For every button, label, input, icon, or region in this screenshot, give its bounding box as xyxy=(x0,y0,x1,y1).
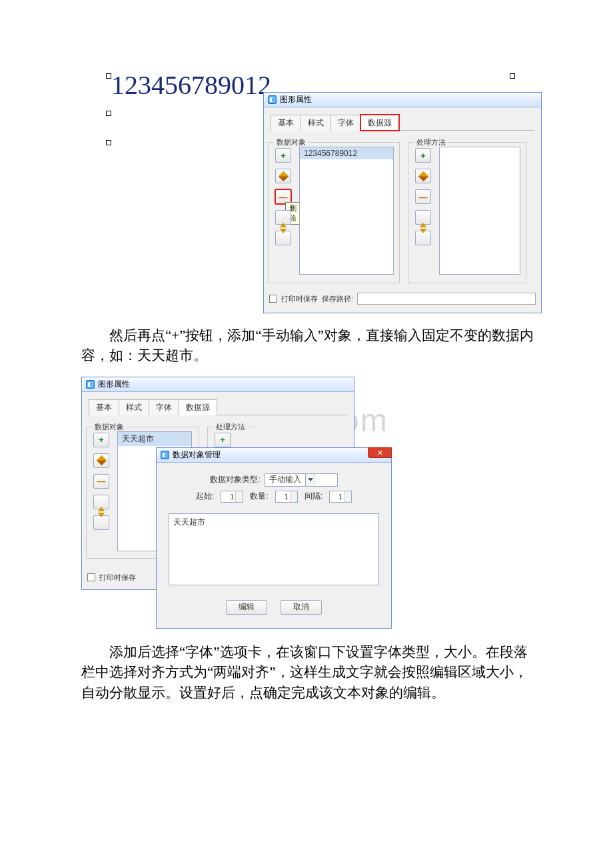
window-titlebar: ◧ 图形属性 xyxy=(264,93,541,107)
window-titlebar: ◧ 数据对象管理 xyxy=(157,448,391,463)
arrow-down-icon xyxy=(280,233,287,243)
resize-handle xyxy=(106,73,111,79)
tab-datasource[interactable]: 数据源 xyxy=(360,115,399,131)
save-path-label: 保存路径: xyxy=(322,294,353,304)
plus-icon: + xyxy=(220,435,225,445)
window-titlebar: ◧ 图形属性 xyxy=(82,377,354,392)
start-spinner[interactable]: 1 xyxy=(221,491,243,503)
plus-icon: + xyxy=(281,151,286,161)
window-title: 图形属性 xyxy=(98,379,130,390)
graphic-properties-window: ◧ 图形属性 基本 样式 字体 数据源 数据对象 + — xyxy=(263,92,542,313)
arrow-down-icon xyxy=(98,517,105,527)
instruction-paragraph-2: 添加后选择“字体”选项卡，在该窗口下设置字体类型，大小。在段落栏中选择对齐方式为… xyxy=(81,642,534,703)
move-up-button[interactable] xyxy=(93,495,109,509)
window-title: 数据对象管理 xyxy=(173,449,221,461)
screenshot-2: www.bdocx.com ◧ 图形属性 基本 样式 字体 数据源 数据对象 + xyxy=(81,377,392,630)
gap-label: 间隔: xyxy=(305,491,322,502)
tab-datasource[interactable]: 数据源 xyxy=(179,399,217,415)
arrow-up-icon xyxy=(98,497,105,507)
resize-handle xyxy=(106,111,111,116)
remove-button[interactable]: — xyxy=(93,474,109,489)
move-down-button[interactable] xyxy=(275,231,291,245)
add-button[interactable]: + xyxy=(275,148,291,163)
data-object-group: 数据对象 + — 删除 123456789012 xyxy=(268,142,400,283)
type-label: 数据对象类型: xyxy=(210,474,260,485)
start-label: 起始: xyxy=(196,491,214,502)
arrow-up-icon xyxy=(420,213,426,223)
add-button[interactable]: + xyxy=(415,148,431,163)
data-object-legend: 数据对象 xyxy=(274,137,308,147)
remove-button[interactable]: — xyxy=(415,189,431,204)
process-method-group: 处理方法 + — xyxy=(408,142,526,283)
data-object-list[interactable]: 123456789012 xyxy=(299,147,394,275)
tab-basic[interactable]: 基本 xyxy=(89,399,119,415)
edit-button[interactable] xyxy=(275,169,291,183)
move-up-button[interactable] xyxy=(275,210,291,225)
save-on-print-label: 打印时保存 xyxy=(99,573,136,583)
type-value: 手动输入 xyxy=(265,474,305,485)
qty-spinner[interactable]: 1 xyxy=(275,491,298,503)
save-path-input[interactable] xyxy=(357,293,536,305)
close-button[interactable]: ✕ xyxy=(368,447,392,458)
save-on-print-checkbox[interactable] xyxy=(87,573,95,581)
process-method-legend: 处理方法 xyxy=(213,422,248,432)
move-down-button[interactable] xyxy=(415,231,431,245)
list-item[interactable]: 123456789012 xyxy=(300,147,393,159)
add-button[interactable]: + xyxy=(215,433,231,447)
save-on-print-label: 打印时保存 xyxy=(281,294,318,304)
window-title: 图形属性 xyxy=(280,94,312,105)
gap-spinner[interactable]: 1 xyxy=(329,491,352,503)
tab-style[interactable]: 样式 xyxy=(119,399,149,415)
minus-icon: — xyxy=(279,192,288,202)
process-method-legend: 处理方法 xyxy=(414,137,448,147)
remove-button[interactable]: — 删除 xyxy=(275,189,291,204)
edit-button[interactable]: 编辑 xyxy=(226,600,267,615)
type-combo[interactable]: 手动输入 xyxy=(265,473,338,487)
window-app-icon: ◧ xyxy=(268,95,277,104)
resize-handle xyxy=(510,73,515,79)
plus-icon: + xyxy=(420,151,426,161)
edit-button[interactable] xyxy=(415,169,431,183)
pencil-icon xyxy=(420,173,427,180)
cancel-button[interactable]: 取消 xyxy=(281,600,322,615)
data-object-manage-dialog: ◧ 数据对象管理 ✕ 数据对象类型: 手动输入 起始: 1 数量: 1 间隔 xyxy=(156,447,392,629)
add-button[interactable]: + xyxy=(93,433,109,447)
list-item[interactable]: 天天超市 xyxy=(118,432,191,446)
instruction-paragraph-1: 然后再点“+”按钮，添加“手动输入”对象，直接输入固定不变的数据内容，如：天天超… xyxy=(81,325,534,366)
process-method-list[interactable] xyxy=(439,147,520,275)
manual-input-textarea[interactable]: 天天超市 xyxy=(169,513,379,585)
arrow-down-icon xyxy=(420,233,426,243)
resize-handle xyxy=(106,140,111,145)
screenshot-1: 123456789012 ◧ 图形属性 基本 样式 字体 数据源 数据对象 + xyxy=(106,73,542,313)
data-object-legend: 数据对象 xyxy=(92,422,127,432)
minus-icon: — xyxy=(419,192,428,202)
tab-strip: 基本 样式 字体 数据源 xyxy=(89,399,347,415)
tab-strip: 基本 样式 字体 数据源 xyxy=(271,114,534,131)
edit-button[interactable] xyxy=(93,453,109,468)
plus-icon: + xyxy=(99,435,104,445)
canvas-number-text: 123456789012 xyxy=(111,69,271,101)
minus-icon: — xyxy=(97,476,106,486)
tab-font[interactable]: 字体 xyxy=(330,115,361,131)
arrow-up-icon xyxy=(280,213,287,223)
chevron-down-icon xyxy=(305,474,316,486)
tab-style[interactable]: 样式 xyxy=(301,115,331,131)
window-app-icon: ◧ xyxy=(86,380,95,389)
move-down-button[interactable] xyxy=(93,515,109,530)
save-on-print-checkbox[interactable] xyxy=(269,295,277,303)
pencil-icon xyxy=(98,457,105,464)
tab-basic[interactable]: 基本 xyxy=(271,115,301,131)
qty-label: 数量: xyxy=(250,491,268,502)
pencil-icon xyxy=(280,173,287,180)
move-up-button[interactable] xyxy=(415,210,431,225)
window-app-icon: ◧ xyxy=(161,451,169,459)
tab-font[interactable]: 字体 xyxy=(149,399,179,415)
